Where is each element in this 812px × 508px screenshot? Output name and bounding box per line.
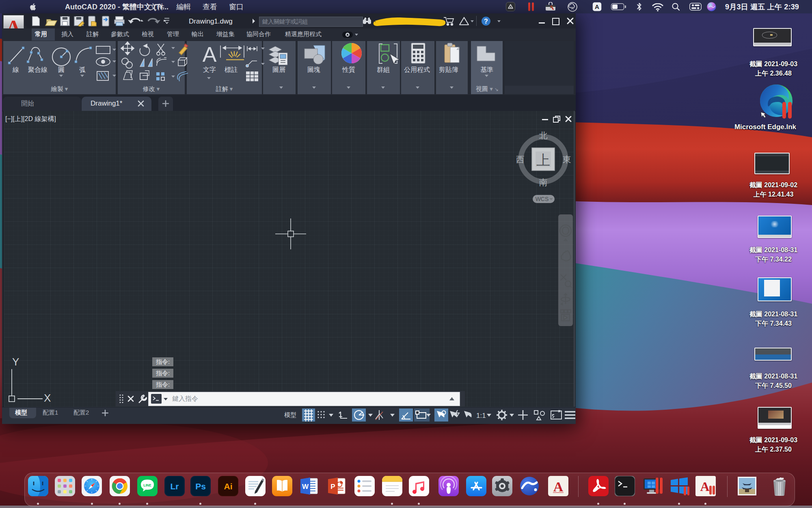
svg-text:Drawing1.dwg: Drawing1.dwg: [189, 17, 233, 25]
svg-text:A: A: [595, 3, 599, 10]
svg-text:Lr: Lr: [171, 482, 179, 491]
svg-text:上: 上: [536, 152, 550, 168]
svg-text:南: 南: [539, 177, 548, 187]
svg-text:Ai: Ai: [224, 482, 233, 491]
svg-text:LINE: LINE: [143, 483, 151, 487]
svg-text:Ps: Ps: [195, 482, 206, 491]
svg-text:1:1: 1:1: [476, 412, 486, 419]
svg-text:X: X: [44, 392, 51, 404]
svg-text:東: 東: [563, 155, 571, 164]
svg-text:西: 西: [516, 155, 525, 164]
svg-text:P: P: [330, 483, 335, 491]
svg-text:A: A: [553, 479, 564, 494]
svg-text:北: 北: [539, 131, 548, 140]
svg-text:A: A: [700, 479, 709, 494]
svg-text:WCS: WCS: [536, 196, 549, 202]
svg-text:Y: Y: [12, 356, 19, 368]
svg-text:W: W: [302, 483, 309, 491]
svg-text:?: ?: [484, 18, 488, 25]
svg-text:A: A: [203, 43, 217, 66]
